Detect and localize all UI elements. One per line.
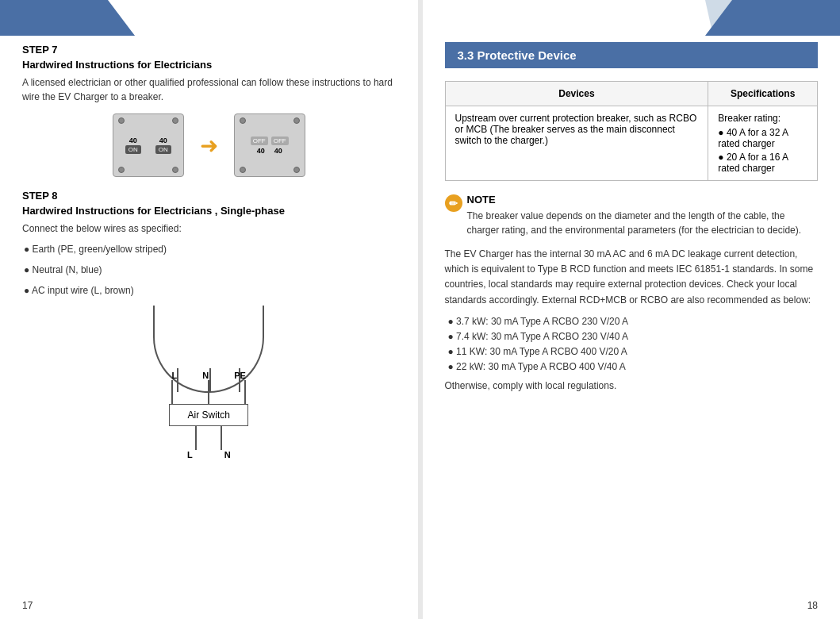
note-icon: ✏ xyxy=(445,194,462,212)
wire-l-down xyxy=(171,380,173,404)
step7-subtitle: Hardwired Instructions for Electricians xyxy=(22,59,396,71)
label-L: L xyxy=(172,371,178,380)
step8-connect: Connect the below wires as specified: xyxy=(22,221,396,236)
label-N: N xyxy=(202,371,209,380)
note-text: The breaker value depends on the diamete… xyxy=(467,209,819,237)
body-text1: The EV Charger has the internal 30 mA AC… xyxy=(445,247,819,308)
breaker-off: OFF OFF 40 40 xyxy=(234,113,305,177)
table-header-specs: Specifications xyxy=(708,82,818,106)
wires-from-switch xyxy=(195,426,222,450)
table-row: Upstream over current protection breaker… xyxy=(445,106,818,181)
left-page: STEP 7 Hardwired Instructions for Electr… xyxy=(0,0,418,619)
document-spread: STEP 7 Hardwired Instructions for Electr… xyxy=(0,0,840,619)
step8-bullet1: ● Earth (PE, green/yellow striped) xyxy=(24,242,396,256)
step8-bullet2: ● Neutral (N, blue) xyxy=(24,263,396,277)
left-content: STEP 7 Hardwired Instructions for Electr… xyxy=(0,44,418,475)
screw-tr xyxy=(172,117,178,124)
note-title: NOTE xyxy=(467,194,819,206)
off-label-left: OFF xyxy=(251,136,268,145)
left-header xyxy=(0,0,418,36)
off-label-right: OFF xyxy=(271,136,289,145)
note-inner: ✏ NOTE The breaker value depends on the … xyxy=(445,194,819,237)
step7-text: A licensed electrician or other qualifie… xyxy=(22,75,396,104)
rcbo-bullet3: ● 11 KW: 30 mA Type A RCBO 400 V/20 A xyxy=(445,344,819,359)
right-header xyxy=(423,0,841,36)
rcbo-bullet2: ● 7.4 kW: 30 mA Type A RCBO 230 V/40 A xyxy=(445,329,819,344)
top-wire-labels: L N PE xyxy=(172,371,246,380)
step8-title: STEP 8 xyxy=(22,190,396,202)
device-table: Devices Specifications Upstream over cur… xyxy=(445,81,819,181)
rcbo-bullet1: ● 3.7 kW: 30 mA Type A RCBO 230 V/20 A xyxy=(445,314,819,329)
table-cell-device: Upstream over current protection breaker… xyxy=(445,106,708,181)
wire-n-up xyxy=(221,426,222,450)
body-text2: Otherwise, comply with local regulations… xyxy=(445,379,819,394)
bottom-label-L: L xyxy=(187,450,193,459)
screw2-bl xyxy=(240,167,246,173)
screw2-tl xyxy=(240,117,246,124)
right-content: 3.3 Protective Device Devices Specificat… xyxy=(423,42,841,416)
spec-label: Breaker rating: xyxy=(718,113,807,124)
breaker-illustration: 40 ON 40 ON ➜ xyxy=(22,113,396,177)
air-switch-box: Air Switch xyxy=(169,404,248,426)
wire-pe-down xyxy=(244,380,246,404)
screw2-br xyxy=(293,167,300,173)
screw-bl xyxy=(118,167,125,173)
page-number-left: 17 xyxy=(22,600,33,611)
spec-bullet2: ● 20 A for a 16 A rated charger xyxy=(718,152,807,174)
num-left: 40 xyxy=(257,147,265,155)
note-content: NOTE The breaker value depends on the di… xyxy=(467,194,819,237)
table-header-devices: Devices xyxy=(445,82,708,106)
note-box: ✏ NOTE The breaker value depends on the … xyxy=(445,194,819,237)
step8-bullet3: ● AC input wire (L, brown) xyxy=(24,283,396,298)
screw2-tr xyxy=(293,117,300,124)
step7-title: STEP 7 xyxy=(22,44,396,56)
right-page: 3.3 Protective Device Devices Specificat… xyxy=(423,0,841,619)
label-PE: PE xyxy=(234,371,246,380)
screw-tl xyxy=(118,117,125,124)
spec-bullet1: ● 40 A for a 32 A rated charger xyxy=(718,127,807,149)
rcbo-bullet4: ● 22 kW: 30 mA Type A RCBO 400 V/40 A xyxy=(445,359,819,375)
table-cell-specs: Breaker rating: ● 40 A for a 32 A rated … xyxy=(708,106,818,181)
breaker-on: 40 ON 40 ON xyxy=(113,113,184,177)
wiring-diagram: L N PE Air Switch xyxy=(22,306,396,459)
switch-right-on: 40 ON xyxy=(150,136,177,155)
bottom-wire-labels: L N xyxy=(187,450,231,459)
wire-l-up xyxy=(195,426,197,450)
bottom-label-N: N xyxy=(224,450,231,459)
page-number-right: 18 xyxy=(807,600,818,611)
screw-br xyxy=(172,167,178,173)
wiring-inner: L N PE Air Switch xyxy=(153,306,264,459)
switch-left-on: 40 ON xyxy=(120,136,147,155)
step8-subtitle: Hardwired Instructions for Electricians … xyxy=(22,205,396,217)
num-right: 40 xyxy=(274,147,282,155)
section-title: 3.3 Protective Device xyxy=(445,42,819,68)
header-main-left xyxy=(0,0,135,36)
arrow-icon: ➜ xyxy=(200,133,218,159)
